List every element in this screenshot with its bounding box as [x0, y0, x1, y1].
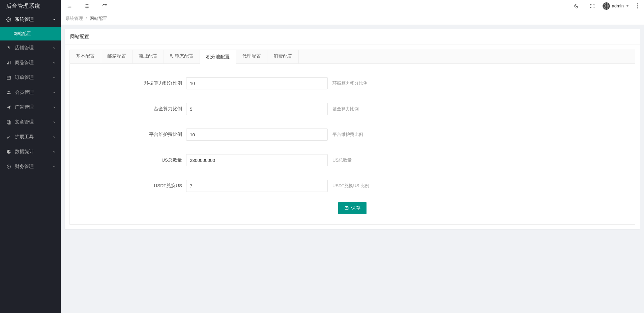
chevron-down-icon	[53, 61, 56, 64]
sidebar-item-ad[interactable]: 广告管理	[0, 100, 61, 115]
svg-rect-1	[7, 63, 8, 64]
form-row-platform-fee-ratio: 平台维护费比例 平台维护费比例	[73, 122, 632, 147]
tab-points-pool[interactable]: 积分池配置	[200, 50, 236, 64]
coin-icon: ¥	[6, 164, 11, 169]
sidebar-item-finance[interactable]: ¥ 财务管理	[0, 159, 61, 174]
app-title: 后台管理系统	[0, 0, 61, 12]
chevron-up-icon	[53, 18, 56, 21]
chevron-down-icon	[53, 135, 56, 139]
svg-rect-21	[345, 206, 348, 209]
sidebar-item-product[interactable]: 商品管理	[0, 55, 61, 70]
ring-power-ratio-input[interactable]	[186, 77, 328, 89]
calendar-icon	[6, 75, 11, 80]
users-icon	[6, 90, 11, 95]
form-label: 基金算力比例	[73, 106, 186, 112]
tab-consume[interactable]: 消费配置	[267, 50, 299, 63]
caret-down-icon	[626, 4, 629, 8]
fullscreen-icon[interactable]	[587, 1, 598, 11]
svg-rect-3	[10, 61, 10, 64]
form-label: US总数量	[73, 157, 186, 163]
svg-rect-11	[8, 121, 10, 124]
topbar: admin	[61, 0, 644, 12]
sidebar-item-order[interactable]: 订单管理	[0, 70, 61, 85]
sidebar-item-shop[interactable]: 店铺管理	[0, 40, 61, 55]
sidebar-subitem-label: 网站配置	[13, 31, 31, 37]
form-label: 环振算力积分比例	[73, 80, 186, 86]
form-hint: US总数量	[332, 157, 352, 163]
fund-power-ratio-input[interactable]	[186, 103, 328, 115]
form-hint: 环振算力积分比例	[332, 80, 368, 86]
sidebar-item-label: 系统管理	[15, 17, 34, 23]
hand-icon	[6, 45, 11, 51]
chevron-down-icon	[53, 91, 56, 94]
sidebar-item-label: 商品管理	[15, 60, 34, 66]
card-title: 网站配置	[65, 29, 640, 45]
theme-icon[interactable]	[572, 1, 582, 11]
card-body: 基本配置 邮箱配置 商城配置 动静态配置 积分池配置 代理配置 消费配置 环振算…	[65, 45, 640, 229]
sidebar-item-label: 店铺管理	[15, 45, 34, 51]
usdt-exchange-input[interactable]	[186, 180, 328, 192]
plane-icon	[6, 105, 11, 110]
files-icon	[6, 119, 11, 125]
form-row-ring-power-ratio: 环振算力积分比例 环振算力积分比例	[73, 70, 632, 96]
bar-chart-icon	[6, 60, 11, 65]
breadcrumb-crumb[interactable]: 系统管理	[65, 16, 83, 22]
save-button-label: 保存	[351, 205, 360, 211]
sidebar-item-label: 订单管理	[15, 75, 34, 81]
sidebar-item-label: 财务管理	[15, 164, 34, 170]
chevron-down-icon	[53, 76, 56, 79]
svg-rect-10	[7, 120, 9, 123]
save-icon	[344, 206, 349, 210]
avatar-icon	[603, 2, 610, 10]
topbar-left	[64, 1, 110, 11]
sidebar-item-extension[interactable]: 扩展工具	[0, 130, 61, 144]
sidebar-item-system[interactable]: 系统管理	[0, 12, 61, 27]
svg-rect-2	[8, 62, 9, 64]
svg-point-0	[8, 19, 9, 20]
tab-basic[interactable]: 基本配置	[70, 50, 101, 63]
platform-fee-ratio-input[interactable]	[186, 129, 328, 141]
form-label: 平台维护费比例	[73, 132, 186, 138]
breadcrumb-crumb-current: 网站配置	[90, 16, 107, 22]
tab-static-dynamic[interactable]: 动静态配置	[164, 50, 200, 63]
save-button[interactable]: 保存	[338, 202, 367, 214]
breadcrumb-separator: /	[86, 16, 87, 21]
gear-icon	[6, 17, 11, 22]
sidebar-item-stats[interactable]: 数据统计	[0, 144, 61, 159]
sidebar-menu: 系统管理 网站配置 店铺管理 商品管理	[0, 12, 61, 174]
sidebar-item-label: 会员管理	[15, 89, 34, 95]
username-label: admin	[612, 3, 624, 8]
form-panel: 环振算力积分比例 环振算力积分比例 基金算力比例 基金算力比例 平台维护费比例 …	[69, 64, 635, 225]
svg-text:¥: ¥	[8, 165, 9, 168]
svg-rect-4	[7, 76, 11, 79]
svg-marker-20	[626, 5, 628, 6]
chevron-down-icon	[53, 120, 56, 124]
sidebar-item-label: 广告管理	[15, 104, 34, 110]
sidebar-item-article[interactable]: 文章管理	[0, 115, 61, 130]
form-row-fund-power-ratio: 基金算力比例 基金算力比例	[73, 96, 632, 122]
tab-mall[interactable]: 商城配置	[133, 50, 164, 63]
tab-agent[interactable]: 代理配置	[236, 50, 267, 63]
topbar-right: admin	[572, 1, 641, 11]
svg-point-9	[9, 91, 10, 92]
sidebar-item-label: 文章管理	[15, 119, 34, 125]
form-row-us-total: US总数量 US总数量	[73, 147, 632, 173]
more-menu-icon[interactable]	[634, 3, 641, 8]
toggle-sidebar-icon[interactable]	[64, 1, 75, 11]
us-total-input[interactable]	[186, 154, 328, 166]
form-hint: USDT兑换US 比例	[332, 183, 369, 189]
form-hint: 基金算力比例	[332, 106, 359, 112]
tab-email[interactable]: 邮箱配置	[101, 50, 133, 63]
content-area: 网站配置 基本配置 邮箱配置 商城配置 动静态配置 积分池配置 代理配置 消费配…	[61, 25, 644, 233]
globe-icon[interactable]	[82, 1, 92, 11]
user-menu[interactable]: admin	[603, 2, 629, 10]
sidebar-subitem-site-config[interactable]: 网站配置	[0, 27, 61, 40]
sidebar-item-member[interactable]: 会员管理	[0, 85, 61, 100]
chevron-down-icon	[53, 46, 56, 50]
chevron-down-icon	[53, 106, 56, 109]
sidebar-item-label: 扩展工具	[15, 134, 34, 140]
wrench-icon	[6, 134, 11, 140]
refresh-icon[interactable]	[99, 1, 110, 11]
main-area: admin 系统管理 / 网站配置 网站配置 基本配置 邮箱配置 商城配置 动静…	[61, 0, 644, 313]
svg-point-8	[8, 91, 9, 92]
